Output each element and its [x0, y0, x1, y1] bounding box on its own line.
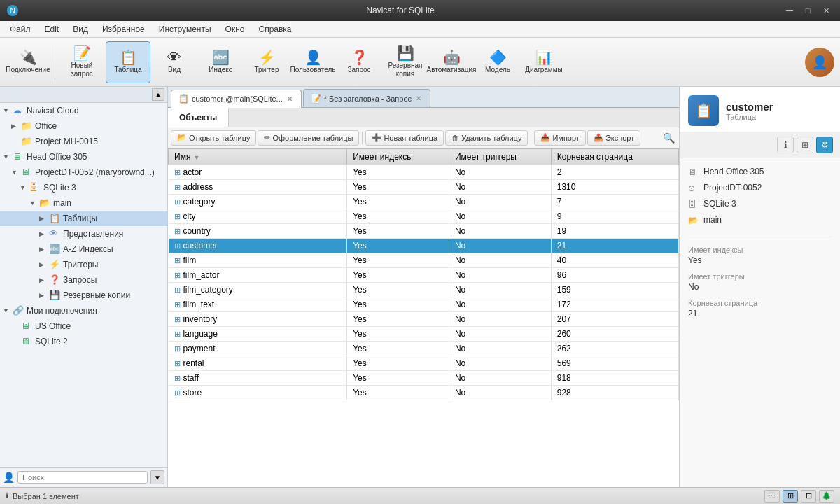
- toolbar-btn-connect[interactable]: 🔌Подключение: [6, 41, 50, 83]
- table-row[interactable]: ⊞languageYesNo260: [169, 327, 679, 342]
- sidebar-item-indexes[interactable]: ▶🔤А-Z Индексы: [0, 241, 167, 257]
- col-header-root_page[interactable]: Корневая страница: [551, 149, 678, 165]
- toolbar-btn-user[interactable]: 👤Пользователь: [290, 41, 335, 83]
- schema-icon: 📂: [688, 215, 699, 225]
- tree-icon-views: 👁: [49, 228, 60, 239]
- tree-label-indexes: А-Z Индексы: [63, 244, 113, 254]
- search-button[interactable]: 🔍: [661, 130, 676, 146]
- toolbar-btn-query[interactable]: ❓Запрос: [337, 41, 382, 83]
- toolbar-btn-charts[interactable]: 📊Диаграммы: [522, 41, 566, 83]
- table-row[interactable]: ⊞film_actorYesNo96: [169, 268, 679, 283]
- obj-btn-удалить-таблицу[interactable]: 🗑 Удалить таблицу: [445, 130, 528, 146]
- Открыть таблицу-label: Открыть таблицу: [189, 134, 250, 142]
- cell-name-0: ⊞actor: [169, 165, 347, 180]
- table-icon: 📋: [120, 50, 137, 64]
- sidebar-item-sqlite3[interactable]: ▼🗄SQLite 3: [0, 180, 167, 195]
- table-row[interactable]: ⊞addressYesNo1310: [169, 180, 679, 195]
- obj-btn-экспорт[interactable]: 📤 Экспорт: [587, 130, 640, 146]
- menu-item-файл[interactable]: Файл: [3, 23, 38, 36]
- table-row[interactable]: ⊞actorYesNo2: [169, 165, 679, 180]
- menu-item-edit[interactable]: Edit: [38, 23, 66, 36]
- sidebar-item-us-office[interactable]: 🖥US Office: [0, 318, 167, 334]
- sidebar-item-projectdt[interactable]: ▼🖥ProjectDT-0052 (marybrownd...): [0, 164, 167, 180]
- tree-label-views: Представления: [63, 229, 123, 239]
- user-avatar[interactable]: 👤: [805, 48, 834, 77]
- view-grid-btn[interactable]: ⊟: [801, 490, 816, 503]
- table-row[interactable]: ⊞film_textYesNo172: [169, 298, 679, 312]
- sidebar-item-project-mh[interactable]: 📁Project MH-0015: [0, 134, 167, 149]
- table-row[interactable]: ⊞cityYesNo9: [169, 209, 679, 224]
- toolbar-btn-trigger[interactable]: ⚡Триггер: [244, 41, 289, 83]
- cell-triggers-6: No: [449, 253, 551, 268]
- sidebar-scroll-down[interactable]: ▼: [150, 470, 164, 484]
- obj-btn-открыть-таблицу[interactable]: 📂 Открыть таблицу: [171, 130, 256, 146]
- sidebar-item-sqlite2[interactable]: 🖥SQLite 2: [0, 334, 167, 349]
- tree-icon-navicat-cloud: ☁: [13, 105, 24, 116]
- detail-settings-btn[interactable]: ⚙: [816, 136, 833, 153]
- tab-close-0[interactable]: ✕: [286, 95, 294, 103]
- sidebar-item-my-connections[interactable]: ▼🔗Мои подключения: [0, 303, 167, 318]
- menu-item-инструменты[interactable]: Инструменты: [152, 23, 218, 36]
- detail-info-btn[interactable]: ℹ: [777, 136, 794, 153]
- toolbar-btn-backup[interactable]: 💾Резервная копия: [383, 41, 428, 83]
- table-row[interactable]: ⊞staffYesNo918: [169, 371, 679, 386]
- row-table-icon-6: ⊞: [174, 256, 181, 265]
- col-header-has_indexes[interactable]: Имеет индексы: [347, 149, 449, 165]
- table-row[interactable]: ⊞rentalYesNo569: [169, 356, 679, 371]
- menu-item-окно[interactable]: Окно: [218, 23, 252, 36]
- close-button[interactable]: ✕: [818, 4, 834, 18]
- toolbar-btn-index[interactable]: 🔤Индекс: [198, 41, 243, 83]
- sidebar-item-tables[interactable]: ▶📋Таблицы: [0, 211, 167, 226]
- sidebar-scroll-up[interactable]: ▲: [152, 88, 164, 101]
- sidebar-item-views[interactable]: ▶👁Представления: [0, 226, 167, 241]
- sidebar-item-head-office[interactable]: ▼🖥Head Office 305: [0, 149, 167, 164]
- main-area: ▲ ▼☁Navicat Cloud▶📁Office📁Project MH-001…: [0, 87, 840, 487]
- sidebar-item-queries[interactable]: ▶❓Запросы: [0, 272, 167, 288]
- maximize-button[interactable]: □: [799, 4, 816, 18]
- table-row[interactable]: ⊞countryYesNo19: [169, 224, 679, 239]
- sort-arrow-name: ▼: [193, 154, 200, 161]
- index-icon: 🔤: [212, 50, 230, 64]
- table-row[interactable]: ⊞inventoryYesNo207: [169, 312, 679, 327]
- table-row[interactable]: ⊞paymentYesNo262: [169, 342, 679, 356]
- view-list-btn[interactable]: ☰: [764, 490, 780, 503]
- toolbar-btn-view[interactable]: 👁Вид: [152, 41, 197, 83]
- table-row[interactable]: ⊞filmYesNo40: [169, 253, 679, 268]
- table-row[interactable]: ⊞film_categoryYesNo159: [169, 283, 679, 298]
- sidebar-item-backups[interactable]: ▶💾Резервные копии: [0, 288, 167, 303]
- table-row[interactable]: ⊞categoryYesNo7: [169, 195, 679, 209]
- tab-0[interactable]: 📋customer @main(SQLite...✕: [171, 90, 302, 108]
- backup-icon: 💾: [397, 46, 414, 60]
- table-row[interactable]: ⊞customerYesNo21: [169, 239, 679, 253]
- tab-close-1[interactable]: ✕: [414, 94, 423, 102]
- col-header-name[interactable]: Имя▼: [169, 149, 347, 165]
- menu-item-избранное[interactable]: Избранное: [95, 23, 152, 36]
- toolbar-btn-table[interactable]: 📋Таблица: [106, 41, 150, 83]
- row-table-icon-4: ⊞: [174, 227, 181, 235]
- minimize-button[interactable]: ─: [781, 4, 798, 18]
- tab-objects[interactable]: Объекты: [168, 108, 229, 127]
- tab-1[interactable]: 📝* Без заголовка - Запрос✕: [303, 89, 430, 107]
- sidebar-item-office[interactable]: ▶📁Office: [0, 118, 167, 134]
- view-details-btn[interactable]: ⊞: [783, 490, 798, 503]
- detail-grid-btn[interactable]: ⊞: [797, 136, 813, 153]
- toolbar-btn-automation[interactable]: 🤖Автоматизация: [429, 41, 474, 83]
- obj-btn-оформление-таблицы[interactable]: ✏ Оформление таблицы: [258, 130, 359, 146]
- sidebar-item-main[interactable]: ▼📂main: [0, 195, 167, 211]
- menu-item-вид[interactable]: Вид: [66, 23, 95, 36]
- toolbar-btn-model[interactable]: 🔷Модель: [475, 41, 520, 83]
- user-icon: 👤: [304, 50, 322, 64]
- col-header-has_triggers[interactable]: Имеет триггеры: [449, 149, 551, 165]
- sidebar-item-navicat-cloud[interactable]: ▼☁Navicat Cloud: [0, 103, 167, 118]
- table-row[interactable]: ⊞storeYesNo928: [169, 386, 679, 400]
- menu-item-справка[interactable]: Справка: [251, 23, 298, 36]
- view-tree-btn[interactable]: 🌲: [819, 490, 834, 503]
- obj-btn-импорт[interactable]: 📥 Импорт: [534, 130, 585, 146]
- toolbar-btn-new-query[interactable]: 📝Новый запрос: [59, 41, 104, 83]
- row-table-icon-1: ⊞: [174, 183, 181, 191]
- sidebar-item-triggers[interactable]: ▶⚡Триггеры: [0, 257, 167, 272]
- detail-divider-1: [688, 237, 832, 237]
- obj-btn-новая-таблица[interactable]: ➕ Новая таблица: [365, 130, 444, 146]
- search-input[interactable]: [18, 471, 148, 484]
- new-query-label: Новый запрос: [62, 62, 102, 78]
